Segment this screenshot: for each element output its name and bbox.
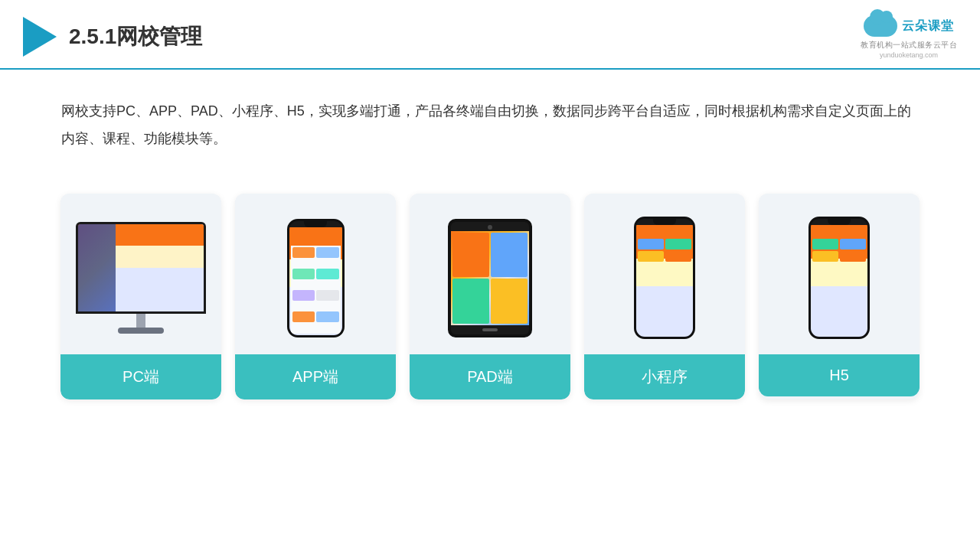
miniprogram-phone-mockup xyxy=(634,217,695,339)
pc-monitor-mockup xyxy=(72,222,210,334)
cloud-icon xyxy=(864,14,897,38)
app-phone-screen xyxy=(289,227,342,335)
brand-triangle-icon xyxy=(23,17,57,57)
tablet-cell-1 xyxy=(452,233,489,278)
tablet-camera xyxy=(488,225,492,230)
brand-name: 云朵课堂 xyxy=(902,18,954,34)
miniprogram-label: 小程序 xyxy=(584,354,745,399)
tablet-cell-3 xyxy=(452,279,489,324)
device-cards-container: PC端 xyxy=(0,178,980,415)
screen-main xyxy=(116,224,204,311)
content-block-1 xyxy=(292,247,315,258)
screen-header-bar xyxy=(291,229,341,246)
header-left: 2.5.1网校管理 xyxy=(23,17,202,57)
content-block-2 xyxy=(316,247,339,258)
content-block-4 xyxy=(316,269,339,279)
pad-label: PAD端 xyxy=(410,354,570,399)
h5-phone-row-1 xyxy=(812,227,866,237)
description-text: 网校支持PC、APP、PAD、小程序、H5，实现多端打通，产品各终端自由切换，数… xyxy=(0,70,980,171)
tablet-home-button xyxy=(482,328,498,331)
screen-content-area xyxy=(291,246,341,334)
h5-phone-notch xyxy=(828,219,851,225)
h5-label: H5 xyxy=(759,354,920,396)
page-title: 2.5.1网校管理 xyxy=(69,22,202,51)
h5-card: H5 xyxy=(759,194,920,399)
tablet-mockup xyxy=(448,219,532,337)
app-phone-mockup xyxy=(287,219,345,337)
phone-cell-1 xyxy=(638,227,691,237)
h5-phone-row-3 xyxy=(812,251,866,262)
header: 2.5.1网校管理 云朵课堂 教育机构一站式服务云平台 yunduoketang… xyxy=(0,0,980,70)
h5-phone-screen xyxy=(811,225,867,337)
pc-label: PC端 xyxy=(60,354,221,399)
phone-row-2 xyxy=(638,239,691,249)
tablet-screen-grid xyxy=(451,231,529,325)
app-image-area xyxy=(235,194,396,354)
tablet-cell-2 xyxy=(491,233,528,278)
content-block-6 xyxy=(316,290,339,301)
h5-phone-cell-4 xyxy=(812,251,838,262)
phone-row-1 xyxy=(638,227,691,237)
content-block-8 xyxy=(316,311,339,322)
miniprogram-image-area xyxy=(584,194,745,354)
tablet-screen xyxy=(451,231,529,325)
h5-phone-cell-2 xyxy=(812,239,838,249)
app-label: APP端 xyxy=(235,354,396,399)
app-card: APP端 xyxy=(235,194,396,399)
h5-phone-cell-5 xyxy=(840,251,866,262)
phone-row-3 xyxy=(638,251,691,262)
cloud-logo-row: 云朵课堂 xyxy=(864,14,954,38)
phone-cell-5 xyxy=(665,251,691,262)
screen-content xyxy=(291,229,341,334)
content-block-7 xyxy=(292,311,315,322)
phone-cell-2 xyxy=(638,239,664,249)
phone-notch xyxy=(304,221,327,227)
monitor-screen xyxy=(78,224,204,311)
phone-cell-3 xyxy=(665,239,691,249)
h5-phone-row-2 xyxy=(812,239,866,249)
miniprogram-card: 小程序 xyxy=(584,194,745,399)
yunduoketang-logo: 云朵课堂 教育机构一站式服务云平台 yunduoketang.com xyxy=(861,14,957,59)
monitor-screen-inner xyxy=(78,224,204,311)
phone-cell-4 xyxy=(638,251,664,262)
logo-subtitle: 教育机构一站式服务云平台 xyxy=(861,40,957,51)
h5-phone-cell-3 xyxy=(840,239,866,249)
h5-phone-cell-1 xyxy=(812,227,866,237)
monitor-body xyxy=(76,222,206,314)
screen-sidebar xyxy=(78,224,116,311)
h5-image-area xyxy=(759,194,920,354)
miniprogram-phone-notch xyxy=(653,219,676,225)
cloud-shape xyxy=(864,15,897,37)
pad-card: PAD端 xyxy=(410,194,570,399)
content-block-3 xyxy=(292,269,315,279)
h5-phone-mockup xyxy=(808,217,870,339)
content-block-5 xyxy=(292,290,315,301)
pc-image-area xyxy=(60,194,221,354)
monitor-stand-neck xyxy=(136,314,145,328)
tablet-cell-4 xyxy=(491,279,528,324)
monitor-stand-base xyxy=(118,328,164,334)
miniprogram-phone-screen xyxy=(636,225,693,337)
description-paragraph: 网校支持PC、APP、PAD、小程序、H5，实现多端打通，产品各终端自由切换，数… xyxy=(61,97,919,152)
pad-image-area xyxy=(410,194,570,354)
pc-card: PC端 xyxy=(60,194,221,399)
logo-url: yunduoketang.com xyxy=(880,51,938,59)
